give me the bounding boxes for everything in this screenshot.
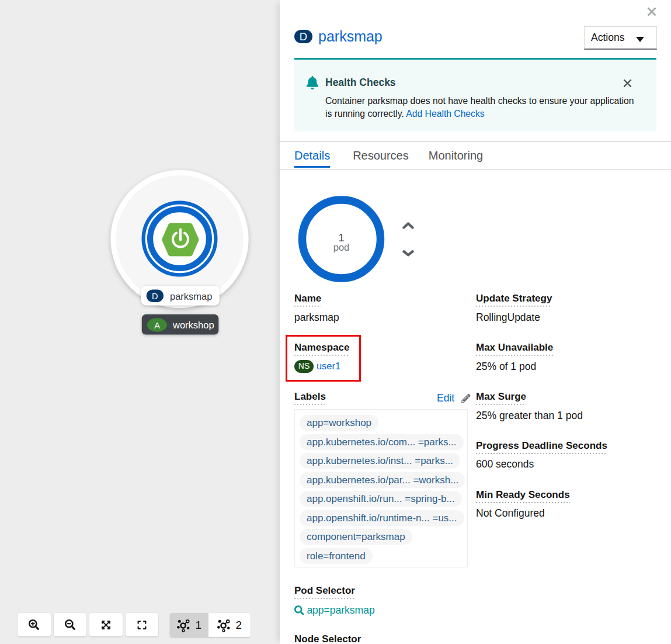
svg-text:A: A	[154, 321, 160, 330]
svg-text:workshop: workshop	[172, 320, 214, 330]
svg-text:parksmap: parksmap	[170, 291, 212, 302]
svg-text:D: D	[152, 292, 158, 301]
svg-text:pod: pod	[333, 242, 350, 252]
